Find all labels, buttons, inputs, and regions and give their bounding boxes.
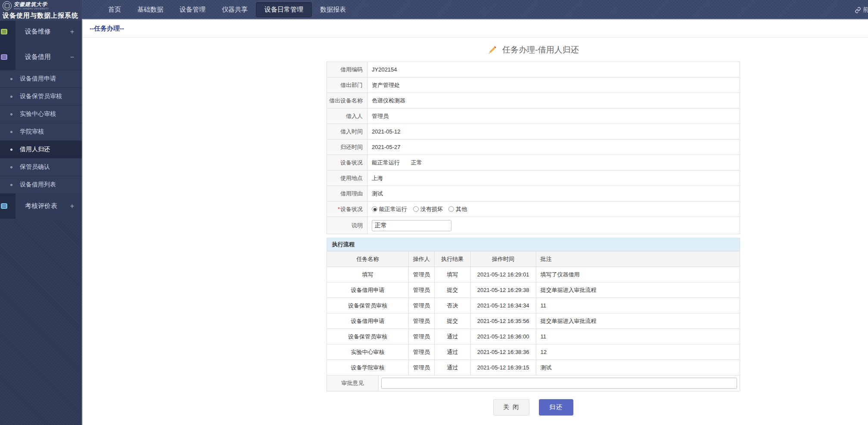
flow-row: 设备学院审核管理员 通过2021-05-12 16:39:15 测试: [327, 360, 740, 375]
sidebar-section-repair[interactable]: 设备维修 +: [0, 19, 82, 44]
top-navbar: 安徽建筑大学 ANHUI JIANZHU UNIVERSITY 设备使用与数据上…: [0, 0, 868, 19]
breadcrumb: --任务办理--: [83, 20, 868, 37]
sidebar-item-custodian-review[interactable]: 设备保管员审核: [0, 87, 82, 105]
radio-icon[interactable]: [413, 206, 419, 212]
bullet-icon: [10, 149, 12, 151]
bullet-icon: [10, 166, 12, 168]
bullet-icon: [10, 131, 12, 133]
borrow-date-value: 2021-05-12: [367, 124, 740, 140]
form-row-status-radios: *设备状况 能正常运行 没有损坏 其他: [327, 202, 740, 217]
sidebar-item-labcenter-review[interactable]: 实验中心审核: [0, 105, 82, 123]
form-row: 借出部门 资产管理处: [327, 78, 740, 93]
bullet-icon: [10, 96, 12, 98]
borrow-reason-value: 测试: [367, 186, 740, 202]
sidebar-item-college-review[interactable]: 学院审核: [0, 123, 82, 140]
sidebar-section-label: 考核评价表: [25, 202, 57, 210]
form-row: 借入时间 2021-05-12: [327, 124, 740, 140]
repair-menu-icon: [1, 29, 7, 34]
main-content: --任务办理-- 任务办理-借用人归还 借用编码 JY202154 借出部门 资…: [82, 19, 868, 425]
nav-item-data-report[interactable]: 数据报表: [312, 3, 354, 17]
form-row: 借入人 管理员: [327, 109, 740, 124]
form-row: 借出设备名称 色谱仪检测器: [327, 93, 740, 109]
radio-icon[interactable]: [448, 206, 454, 212]
nav-item-home[interactable]: 首页: [100, 3, 129, 17]
nav-item-daily-mgmt[interactable]: 设备日常管理: [256, 2, 312, 17]
radio-option-other[interactable]: 其他: [448, 206, 467, 212]
radio-option-normal[interactable]: 能正常运行: [372, 206, 409, 212]
note-input[interactable]: [372, 220, 451, 231]
flow-table: 任务名称 操作人 执行结果 操作时间 批注 填写管理员 填写2021-05-12…: [327, 251, 740, 375]
col-note: 批注: [536, 251, 740, 267]
system-title: 设备使用与数据上报系统: [3, 12, 79, 20]
sidebar-section-label: 设备维修: [25, 28, 51, 36]
approval-comment-input[interactable]: [381, 378, 737, 389]
university-name-en: ANHUI JIANZHU UNIVERSITY: [14, 8, 49, 10]
form-row-note: 说明: [327, 217, 740, 234]
nav-item-basic-data[interactable]: 基础数据: [129, 3, 171, 17]
brand-block: 安徽建筑大学 ANHUI JIANZHU UNIVERSITY 设备使用与数据上…: [0, 0, 82, 21]
link-icon: [855, 7, 861, 13]
return-button[interactable]: 归还: [539, 399, 573, 416]
sidebar-section-label: 设备借用: [25, 53, 51, 61]
form-row: 借用编码 JY202154: [327, 62, 740, 78]
sidebar-item-custodian-confirm[interactable]: 保管员确认: [0, 158, 82, 176]
approval-comment-row: 审批意见: [327, 375, 740, 391]
lend-department-value: 资产管理处: [367, 78, 740, 93]
bullet-icon: [10, 113, 12, 115]
university-seal-icon: [3, 1, 12, 10]
flow-row: 设备借用申请管理员 提交2021-05-12 16:29:38 提交单据进入审批…: [327, 282, 740, 298]
frontend-link-label: 前: [863, 6, 868, 14]
nav-item-instrument-share[interactable]: 仪器共享: [214, 3, 256, 17]
form-row: 归还时间 2021-05-27: [327, 140, 740, 155]
sidebar-item-borrower-return[interactable]: 借用人归还: [0, 140, 82, 158]
sidebar-item-borrow-apply[interactable]: 设备借用申请: [0, 70, 82, 87]
device-name-value: 色谱仪检测器: [367, 93, 740, 109]
close-button[interactable]: 关 闭: [493, 399, 529, 416]
return-date-value: 2021-05-27: [367, 140, 740, 155]
flow-section-header: 执行流程: [327, 238, 740, 251]
sidebar-item-borrow-list[interactable]: 设备借用列表: [0, 176, 82, 193]
flow-row: 设备借用申请管理员 提交2021-05-12 16:35:56 提交单据进入审批…: [327, 313, 740, 329]
pencil-icon: [488, 45, 497, 55]
borrow-menu-icon: [1, 54, 7, 60]
page-title: 任务办理-借用人归还: [327, 44, 740, 56]
flow-row: 实验中心审核管理员 通过2021-05-12 16:38:36 12: [327, 344, 740, 360]
top-menu: 首页 基础数据 设备管理 仪器共享 设备日常管理 数据报表: [100, 0, 354, 19]
col-operator: 操作人: [408, 251, 434, 267]
form-row: 使用地点 上海: [327, 171, 740, 186]
bullet-icon: [10, 78, 12, 80]
sidebar-section-evaluation[interactable]: 考核评价表 +: [0, 193, 82, 219]
frontend-link[interactable]: 前: [855, 5, 868, 15]
sidebar-section-borrow[interactable]: 设备借用 −: [0, 44, 82, 70]
radio-option-no-damage[interactable]: 没有损坏: [413, 206, 445, 212]
usage-location-value: 上海: [367, 171, 740, 186]
approval-comment-label: 审批意见: [327, 375, 379, 391]
col-task-name: 任务名称: [327, 251, 409, 267]
col-time: 操作时间: [470, 251, 536, 267]
flow-header-row: 任务名称 操作人 执行结果 操作时间 批注: [327, 251, 740, 267]
flow-row: 填写管理员 填写2021-05-12 16:29:01 填写了仪器借用: [327, 267, 740, 282]
collapse-minus-icon[interactable]: −: [70, 53, 74, 61]
university-name: 安徽建筑大学: [14, 2, 49, 7]
bullet-icon: [10, 184, 12, 186]
borrow-detail-form: 借用编码 JY202154 借出部门 资产管理处 借出设备名称 色谱仪检测器 借…: [327, 62, 740, 234]
expand-plus-icon[interactable]: +: [70, 202, 74, 210]
flow-row: 设备保管员审核管理员 通过2021-05-12 16:36:00 11: [327, 329, 740, 344]
evaluation-menu-icon: [1, 203, 7, 209]
col-result: 执行结果: [434, 251, 470, 267]
flow-row: 设备保管员审核管理员 否决2021-05-12 16:34:34 11: [327, 298, 740, 313]
form-row: 设备状况 能正常运行 正常: [327, 155, 740, 171]
sidebar: 设备维修 + 设备借用 − 设备借用申请 设备保管员审核 实验中心审核 学院审核…: [0, 19, 82, 425]
expand-plus-icon[interactable]: +: [70, 28, 74, 36]
borrower-value: 管理员: [367, 109, 740, 124]
radio-selected-icon[interactable]: [372, 206, 377, 212]
device-condition-value: 能正常运行 正常: [367, 155, 740, 171]
nav-item-equipment-mgmt[interactable]: 设备管理: [171, 3, 214, 17]
form-row: 借用理由 测试: [327, 186, 740, 202]
borrow-code-value: JY202154: [367, 62, 740, 78]
